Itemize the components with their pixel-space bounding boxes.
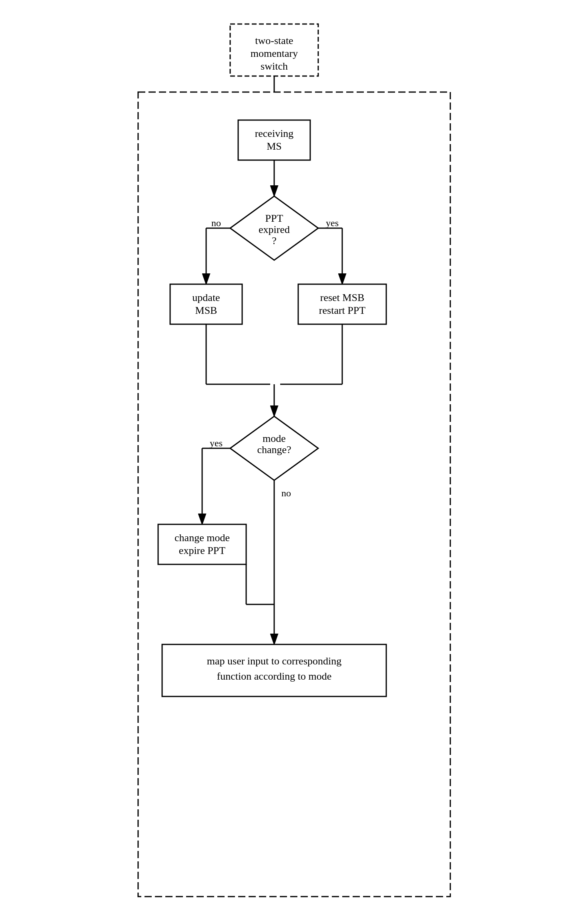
change-mode-label-1: change mode: [175, 532, 230, 544]
svg-rect-21: [158, 524, 246, 564]
change-mode-label-2: expire PPT: [179, 545, 225, 556]
mode-change-label-2: change?: [257, 444, 291, 455]
reset-msb-label-1: reset MSB: [320, 292, 364, 303]
ppt-expired-label-2: expired: [259, 224, 290, 235]
reset-msb-label-2: restart PPT: [319, 305, 365, 316]
ppt-expired-label-1: PPT: [265, 213, 283, 224]
no-label-1: no: [211, 218, 221, 228]
flowchart-svg: two-state momentary switch receiving MS …: [114, 12, 474, 913]
mode-change-label-1: mode: [263, 433, 286, 444]
receiving-ms-label-1: receiving: [255, 128, 293, 139]
receiving-ms-label-2: MS: [267, 140, 282, 152]
switch-label-3: switch: [261, 60, 288, 72]
svg-rect-4: [238, 120, 310, 160]
yes-label-2: yes: [210, 438, 223, 448]
switch-label-2: momentary: [250, 48, 297, 59]
diagram-container: two-state momentary switch receiving MS …: [0, 0, 588, 923]
no-label-2: no: [281, 488, 291, 498]
svg-rect-12: [298, 284, 386, 324]
ppt-expired-label-3: ?: [272, 235, 277, 247]
switch-label-1: two-state: [255, 35, 293, 46]
map-user-input-label-2: function according to mode: [217, 670, 331, 682]
svg-rect-9: [170, 284, 242, 324]
yes-label-1: yes: [326, 218, 339, 228]
map-user-input-label-1: map user input to corresponding: [207, 655, 341, 667]
update-msb-label-1: update: [192, 292, 220, 303]
update-msb-label-2: MSB: [195, 305, 217, 316]
